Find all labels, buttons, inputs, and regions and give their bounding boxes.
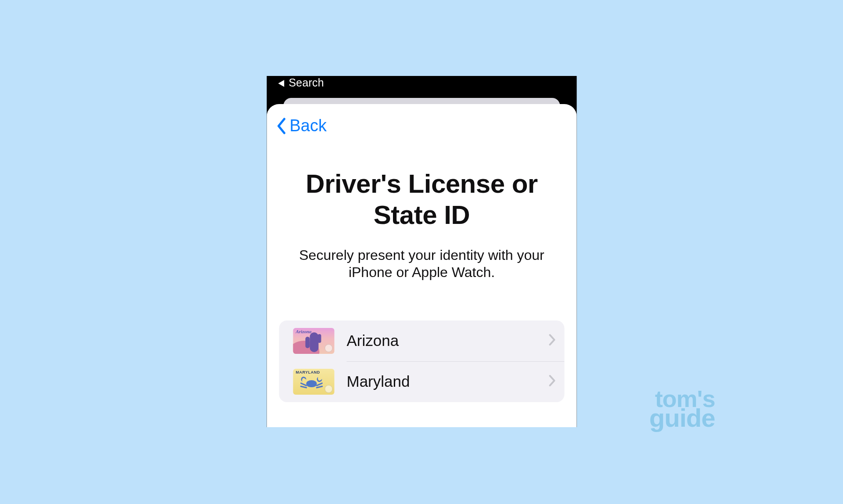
breadcrumb-label: Search [289, 76, 324, 89]
modal-card: Back Driver's License or State ID Secure… [267, 104, 577, 427]
breadcrumb-back-icon [278, 80, 285, 87]
status-bar-breadcrumb[interactable]: Search [267, 76, 577, 90]
license-thumbnail-arizona: Arizona [293, 328, 335, 354]
state-row-maryland[interactable]: MARYLAND Maryland [279, 361, 565, 402]
svg-marker-0 [278, 80, 285, 87]
page-title: Driver's License or State ID [267, 169, 577, 231]
state-row-label: Maryland [347, 373, 549, 390]
chevron-right-icon [549, 374, 556, 389]
chevron-right-icon [549, 334, 556, 348]
state-row-label: Arizona [347, 332, 549, 349]
chevron-left-icon [277, 118, 286, 134]
state-row-arizona[interactable]: Arizona Arizona [279, 320, 565, 361]
page-subtitle: Securely present your identity with your… [267, 247, 577, 281]
watermark-tomsguide: tom's guide [649, 389, 715, 428]
state-list: Arizona Arizona MARYLAND [279, 320, 565, 402]
back-button[interactable]: Back [267, 116, 336, 135]
back-button-label: Back [290, 116, 327, 135]
license-thumbnail-maryland: MARYLAND [293, 369, 335, 395]
phone-frame: Search Back Driver's License or State ID… [267, 76, 577, 427]
